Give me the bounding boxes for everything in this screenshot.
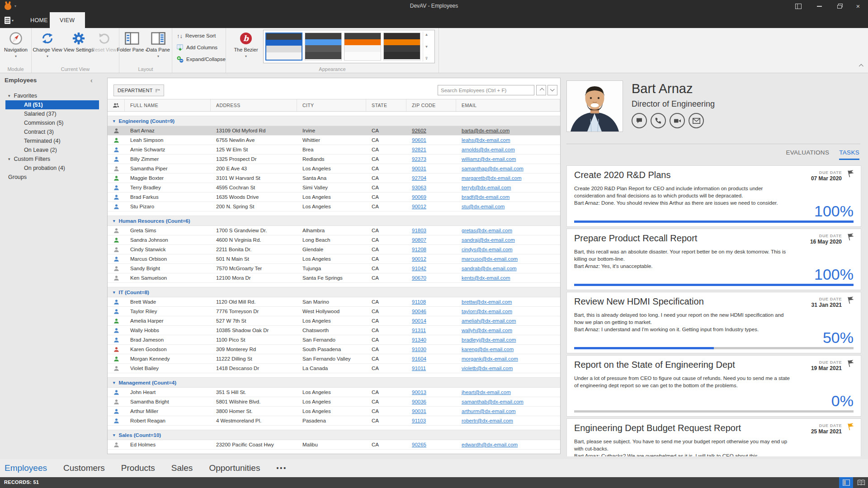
- sidebar-item-salaried-37[interactable]: Salaried (37): [0, 109, 103, 118]
- table-row-marcus-orbison[interactable]: Marcus Orbison501 N Main StLos AngelesCA…: [108, 254, 560, 264]
- sidebar-collapse-icon[interactable]: ‹: [90, 77, 93, 84]
- column-header-icon[interactable]: [108, 99, 125, 111]
- zip-link[interactable]: 91030: [412, 347, 426, 352]
- table-row-ed-holmes[interactable]: Ed Holmes23200 Pacific Coast HwyMalibuCA…: [108, 440, 560, 450]
- email-button[interactable]: [689, 113, 704, 128]
- zip-link[interactable]: 90069: [412, 194, 426, 200]
- zip-link[interactable]: 91103: [412, 418, 426, 423]
- table-row-greta-sims[interactable]: Greta Sims1700 S Grandview Dr.AlhambraCA…: [108, 226, 560, 235]
- email-link[interactable]: brettw@dx-email.com: [462, 299, 512, 305]
- table-row-violet-bailey[interactable]: Violet Bailey1418 Descanso DrLa CanadaCA…: [108, 364, 560, 373]
- table-row-leah-simpson[interactable]: Leah Simpson6755 Newlin AveWhittierCA906…: [108, 136, 560, 145]
- table-row-karen-goodson[interactable]: Karen Goodson309 Monterey RdSouth Pasade…: [108, 345, 560, 354]
- task-card-review-new-hdmi-specification[interactable]: Review New HDMI SpecificationDUE DATE31 …: [566, 292, 861, 353]
- reading-view-button[interactable]: [854, 477, 868, 488]
- phone-button[interactable]: [651, 113, 666, 128]
- group-by-department-button[interactable]: DEPARTMENT: [113, 84, 164, 96]
- tab-tasks[interactable]: TASKS: [839, 149, 859, 160]
- email-link[interactable]: taylorr@dx-email.com: [462, 309, 512, 314]
- search-prev-button[interactable]: [536, 85, 546, 95]
- zip-link[interactable]: 90012: [412, 256, 426, 262]
- zip-link[interactable]: 91340: [412, 337, 426, 343]
- theme-swatch-2[interactable]: [305, 33, 342, 61]
- table-row-robert-reagan[interactable]: Robert Reagan4 Westmoreland Pl.PasadenaC…: [108, 416, 560, 426]
- zip-link[interactable]: 90036: [412, 399, 426, 404]
- reset-view-button[interactable]: Reset View: [89, 31, 119, 53]
- theme-swatch-4[interactable]: [383, 33, 420, 61]
- zip-link[interactable]: 90046: [412, 309, 426, 314]
- sidebar-section-favorites[interactable]: ▾Favorites: [0, 91, 103, 100]
- zip-link[interactable]: 92602: [412, 128, 426, 133]
- group-header-human-resources-count-6[interactable]: ▾Human Resources (Count=6): [108, 216, 560, 226]
- change-view-button[interactable]: Change View ▾: [32, 31, 63, 59]
- sidebar-item-contract-3[interactable]: Contract (3): [0, 127, 103, 136]
- group-header-engineering-count-9[interactable]: ▾Engineering (Count=9): [108, 116, 560, 126]
- grid-view-toggle-button[interactable]: [839, 477, 853, 488]
- theme-swatch-1[interactable]: [265, 33, 302, 61]
- email-link[interactable]: margaretb@dx-email.com: [462, 175, 521, 181]
- table-row-brad-farkus[interactable]: Brad Farkus1635 Woods DriveLos AngelesCA…: [108, 192, 560, 202]
- task-card-report-on-the-state-of-engineering-dept[interactable]: Report on the State of Engineering DeptD…: [566, 355, 861, 417]
- module-nav-sales[interactable]: Sales: [171, 463, 193, 473]
- table-row-amelia-harper[interactable]: Amelia Harper527 W 7th StLos AngelesCA90…: [108, 316, 560, 326]
- table-row-cindy-stanwick[interactable]: Cindy Stanwick2211 Bonita Dr.GlendaleCA9…: [108, 245, 560, 254]
- table-row-arnie-schwartz[interactable]: Arnie Schwartz125 W Elm StBreaCA92821arn…: [108, 145, 560, 155]
- task-card-create-2020-r-d-plans[interactable]: Create 2020 R&D PlansDUE DATE07 Mar 2020…: [566, 165, 861, 227]
- table-row-sandy-bright[interactable]: Sandy Bright7570 McGroarty TerTujungaCA9…: [108, 264, 560, 273]
- zip-link[interactable]: 91011: [412, 366, 426, 371]
- sidebar-item-commission-5[interactable]: Commission (5): [0, 118, 103, 127]
- zip-link[interactable]: 91208: [412, 247, 426, 252]
- table-row-maggie-boxter[interactable]: Maggie Boxter3101 W Harvard StSanta AnaC…: [108, 174, 560, 183]
- expand-collapse-button[interactable]: Expand/Collapse: [177, 54, 226, 64]
- email-link[interactable]: cindys@dx-email.com: [462, 247, 513, 252]
- zip-link[interactable]: 92821: [412, 147, 426, 152]
- table-row-stu-pizaro[interactable]: Stu Pizaro200 N. Spring StLos AngelesCA9…: [108, 202, 560, 211]
- tab-view[interactable]: VIEW: [50, 12, 85, 28]
- task-card-prepare-product-recall-report[interactable]: Prepare Product Recall ReportDUE DATE16 …: [566, 229, 861, 290]
- email-link[interactable]: leahs@dx-email.com: [462, 137, 510, 143]
- table-row-morgan-kennedy[interactable]: Morgan Kennedy11222 Dilling StSan Fernan…: [108, 354, 560, 364]
- email-link[interactable]: stu@dx-email.com: [462, 204, 505, 209]
- email-link[interactable]: wallyh@dx-email.com: [462, 328, 512, 333]
- zip-link[interactable]: 90807: [412, 237, 426, 243]
- minimize-button[interactable]: [809, 0, 829, 12]
- sidebar-item-on-leave-2[interactable]: On Leave (2): [0, 145, 103, 155]
- module-nav-employees[interactable]: Employees: [5, 463, 47, 473]
- table-row-billy-zimmer[interactable]: Billy Zimmer1325 Prospect DrRedlandsCA92…: [108, 155, 560, 164]
- table-row-bart-arnaz[interactable]: Bart Arnaz13109 Old Myford RdIrvineCA926…: [108, 126, 560, 136]
- email-link[interactable]: arthurm@dx-email.com: [462, 408, 516, 414]
- table-row-ken-samuelson[interactable]: Ken Samuelson12100 Mora DrSanta Fe Sprin…: [108, 273, 560, 283]
- zip-link[interactable]: 90031: [412, 408, 426, 414]
- column-header-state[interactable]: STATE: [366, 99, 406, 111]
- video-call-button[interactable]: [670, 113, 685, 128]
- sidebar-section-groups[interactable]: Groups: [0, 173, 103, 182]
- email-link[interactable]: violetb@dx-email.com: [462, 366, 513, 371]
- sidebar-section-custom-filters[interactable]: ▾Custom Filters: [0, 155, 103, 164]
- email-link[interactable]: sandraj@dx-email.com: [462, 237, 515, 243]
- sidebar-item-on-probation-4[interactable]: On probation (4): [0, 164, 103, 173]
- table-row-wally-hobbs[interactable]: Wally Hobbs10385 Shadow Oak DrChatsworth…: [108, 326, 560, 335]
- zip-link[interactable]: 90012: [412, 204, 426, 209]
- data-pane-button[interactable]: Data Pane▾: [143, 31, 174, 59]
- search-input[interactable]: [438, 85, 534, 95]
- search-next-button[interactable]: [547, 85, 557, 95]
- sidebar-item-terminated-4[interactable]: Terminated (4): [0, 136, 103, 145]
- theme-swatch-3[interactable]: [344, 33, 381, 61]
- table-row-samantha-piper[interactable]: Samantha Piper200 E Ave 43Los AngelesCA9…: [108, 164, 560, 174]
- table-row-taylor-riley[interactable]: Taylor Riley7776 Torreyson DrWest Hollyw…: [108, 307, 560, 316]
- table-row-terry-bradley[interactable]: Terry Bradley4595 Cochran StSimi ValleyC…: [108, 183, 560, 192]
- docking-icon[interactable]: [788, 0, 808, 12]
- module-nav-more-button[interactable]: •••: [276, 465, 287, 472]
- table-row-john-heart[interactable]: John Heart351 S Hill St.Los AngelesCA900…: [108, 388, 560, 397]
- gallery-scroll[interactable]: ▲ ▼ ⊽: [423, 32, 430, 61]
- table-row-samantha-bright[interactable]: Samantha Bright5801 Wilshire Blvd.Los An…: [108, 397, 560, 407]
- email-link[interactable]: morgank@dx-email.com: [462, 356, 518, 361]
- email-link[interactable]: samanthab@dx-email.com: [462, 399, 524, 404]
- gallery-more-icon[interactable]: ⊽: [425, 56, 428, 61]
- email-link[interactable]: kents@dx-email.com: [462, 275, 510, 281]
- ribbon-collapse-button[interactable]: [856, 64, 864, 71]
- email-link[interactable]: kareng@dx-email.com: [462, 347, 514, 352]
- column-header-address[interactable]: ADDRESS: [211, 99, 297, 111]
- zip-link[interactable]: 92373: [412, 156, 426, 162]
- zip-link[interactable]: 90031: [412, 166, 426, 171]
